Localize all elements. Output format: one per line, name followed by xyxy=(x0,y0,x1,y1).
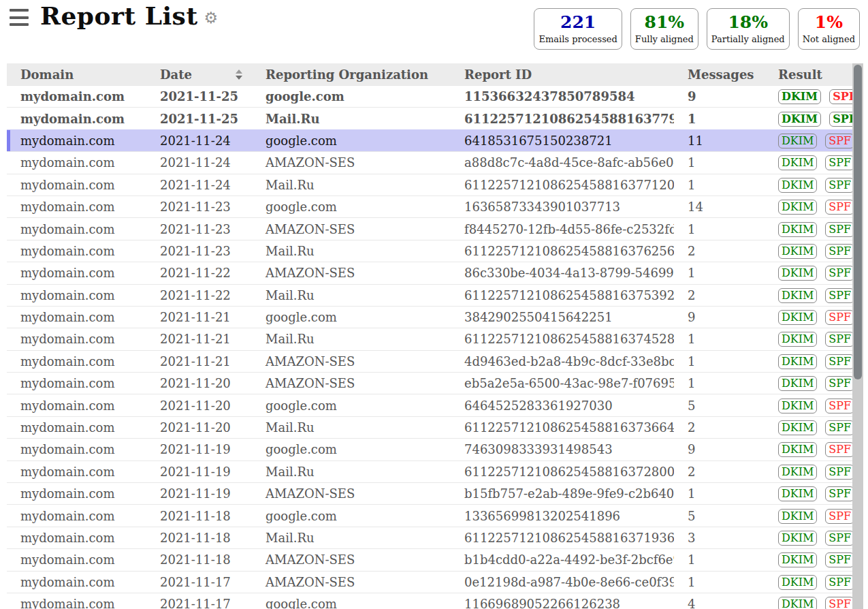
cell-date: 2021-11-24 xyxy=(146,155,252,170)
cell-report-id: 11669689052266126238 xyxy=(451,597,674,609)
table-row[interactable]: mydomain.com 2021-11-24 Mail.Ru 61122571… xyxy=(7,174,852,196)
cell-org: google.com xyxy=(252,597,451,609)
cell-result: DKIM SPF xyxy=(765,155,852,170)
cell-messages: 1 xyxy=(674,178,765,192)
stat-value-fully-aligned: 81% xyxy=(635,12,694,32)
dkim-badge: DKIM xyxy=(778,332,817,347)
table-row[interactable]: mydomain.com 2021-11-21 google.com 38429… xyxy=(7,306,852,328)
cell-org: google.com xyxy=(252,509,451,523)
cell-report-id: 13365699813202541896 xyxy=(451,509,674,523)
cell-org: google.com xyxy=(252,442,451,456)
sort-arrows-icon[interactable] xyxy=(236,69,242,80)
table-row[interactable]: mydomain.com 2021-11-23 google.com 16365… xyxy=(7,196,852,217)
cell-result: DKIM SPF xyxy=(765,243,852,259)
table-row[interactable]: mydomain.com 2021-11-25 Mail.Ru 61122571… xyxy=(7,107,852,129)
cell-domain: mydomain.com xyxy=(7,200,146,214)
table-row[interactable]: mydomain.com 2021-11-18 Mail.Ru 61122571… xyxy=(7,527,852,548)
cell-org: AMAZON-SES xyxy=(252,266,451,280)
dkim-badge: DKIM xyxy=(778,509,817,524)
spf-badge: SPF xyxy=(829,89,852,104)
cell-org: AMAZON-SES xyxy=(252,222,451,236)
dkim-badge: DKIM xyxy=(778,442,817,457)
cell-result: DKIM SPF xyxy=(765,177,852,193)
titlebar: Report List ⚙ xyxy=(40,1,218,30)
cell-date: 2021-11-19 xyxy=(146,442,252,456)
column-header-result[interactable]: Result xyxy=(765,67,852,82)
table-row[interactable]: mydomain.com 2021-11-19 AMAZON-SES b15fb… xyxy=(7,482,852,504)
cell-org: google.com xyxy=(252,399,451,413)
cell-org: Mail.Ru xyxy=(252,420,451,435)
table-row[interactable]: mydomain.com 2021-11-23 Mail.Ru 61122571… xyxy=(7,240,852,262)
spf-badge: SPF xyxy=(825,597,852,609)
cell-report-id: eb5a2e5a-6500-43ac-98e7-f076959… xyxy=(451,376,674,390)
table-row[interactable]: mydomain.com 2021-11-22 AMAZON-SES 86c33… xyxy=(7,262,852,283)
cell-domain: mydomain.com xyxy=(7,244,146,258)
table-row[interactable]: mydomain.com 2021-11-17 google.com 11669… xyxy=(7,593,852,609)
column-header-domain[interactable]: Domain xyxy=(7,67,146,82)
cell-report-id: 61122571210862545881637798… xyxy=(451,112,674,126)
hamburger-bar xyxy=(10,9,29,12)
table-row[interactable]: mydomain.com 2021-11-18 AMAZON-SES b1b4c… xyxy=(7,548,852,570)
cell-date: 2021-11-18 xyxy=(146,531,252,545)
column-header-report-id[interactable]: Report ID xyxy=(451,67,674,82)
menu-hamburger-icon[interactable] xyxy=(10,9,29,26)
stat-card: 18% Partially aligned xyxy=(707,8,790,50)
table-row[interactable]: mydomain.com 2021-11-21 AMAZON-SES 4d946… xyxy=(7,350,852,372)
cell-date: 2021-11-23 xyxy=(146,244,252,258)
cell-report-id: a88d8c7c-4a8d-45ce-8afc-ab56e04… xyxy=(451,155,674,170)
table-row[interactable]: mydomain.com 2021-11-21 Mail.Ru 61122571… xyxy=(7,328,852,349)
cell-org: google.com xyxy=(252,200,451,214)
cell-report-id: 61122571210862545881637452800 xyxy=(451,332,674,346)
cell-domain: mydomain.com xyxy=(7,134,146,148)
table-row[interactable]: mydomain.com 2021-11-20 AMAZON-SES eb5a2… xyxy=(7,372,852,394)
table-row[interactable]: mydomain.com 2021-11-24 AMAZON-SES a88d8… xyxy=(7,151,852,173)
cell-report-id: 6464525283361927030 xyxy=(451,399,674,413)
cell-messages: 1 xyxy=(674,332,765,346)
column-header-messages[interactable]: Messages xyxy=(674,67,765,82)
table-row[interactable]: mydomain.com 2021-11-18 google.com 13365… xyxy=(7,504,852,526)
hamburger-bar xyxy=(10,23,29,26)
stat-value-emails-processed: 221 xyxy=(539,12,617,32)
table-row[interactable]: mydomain.com 2021-11-24 google.com 64185… xyxy=(7,129,852,151)
cell-org: google.com xyxy=(252,134,451,148)
scrollbar-thumb[interactable] xyxy=(854,65,862,379)
dkim-badge: DKIM xyxy=(778,486,817,501)
cell-result: DKIM SPF xyxy=(765,552,852,567)
table-row[interactable]: mydomain.com 2021-11-25 google.com 11536… xyxy=(7,85,852,107)
table-row[interactable]: mydomain.com 2021-11-23 AMAZON-SES f8445… xyxy=(7,217,852,239)
gear-icon[interactable]: ⚙ xyxy=(204,9,219,27)
cell-domain: mydomain.com xyxy=(7,266,146,280)
column-header-reporting-organization[interactable]: Reporting Organization xyxy=(252,67,451,82)
dkim-badge: DKIM xyxy=(778,288,817,303)
cell-report-id: 61122571210862545881637193600 xyxy=(451,531,674,545)
cell-org: Mail.Ru xyxy=(252,178,451,192)
cell-messages: 1 xyxy=(674,552,765,567)
spf-badge: SPF xyxy=(825,531,852,546)
column-header-date[interactable]: Date xyxy=(146,67,252,82)
table-row[interactable]: mydomain.com 2021-11-20 Mail.Ru 61122571… xyxy=(7,416,852,438)
cell-domain: mydomain.com xyxy=(7,399,146,413)
cell-org: AMAZON-SES xyxy=(252,354,451,369)
cell-date: 2021-11-21 xyxy=(146,310,252,324)
cell-date: 2021-11-18 xyxy=(146,552,252,567)
cell-domain: mydomain.com xyxy=(7,420,146,435)
spf-badge: SPF xyxy=(825,178,852,193)
dkim-badge: DKIM xyxy=(778,376,817,391)
column-header-date-label: Date xyxy=(160,67,192,82)
spf-badge: SPF xyxy=(825,399,852,413)
cell-report-id: 3842902550415642251 xyxy=(451,310,674,324)
cell-domain: mydomain.com xyxy=(7,310,146,324)
cell-domain: mydomain.com xyxy=(7,575,146,589)
stat-value-not-aligned: 1% xyxy=(803,12,855,32)
cell-domain: mydomain.com xyxy=(7,112,146,126)
cell-date: 2021-11-25 xyxy=(146,89,252,104)
cell-date: 2021-11-19 xyxy=(146,465,252,479)
page-title: Report List xyxy=(40,1,198,30)
table-row[interactable]: mydomain.com 2021-11-19 Mail.Ru 61122571… xyxy=(7,460,852,482)
table-row[interactable]: mydomain.com 2021-11-19 google.com 74630… xyxy=(7,438,852,460)
table-row[interactable]: mydomain.com 2021-11-17 AMAZON-SES 0e121… xyxy=(7,571,852,593)
scrollbar-track[interactable] xyxy=(852,63,863,609)
cell-date: 2021-11-24 xyxy=(146,134,252,148)
table-row[interactable]: mydomain.com 2021-11-20 google.com 64645… xyxy=(7,394,852,416)
table-row[interactable]: mydomain.com 2021-11-22 Mail.Ru 61122571… xyxy=(7,284,852,306)
